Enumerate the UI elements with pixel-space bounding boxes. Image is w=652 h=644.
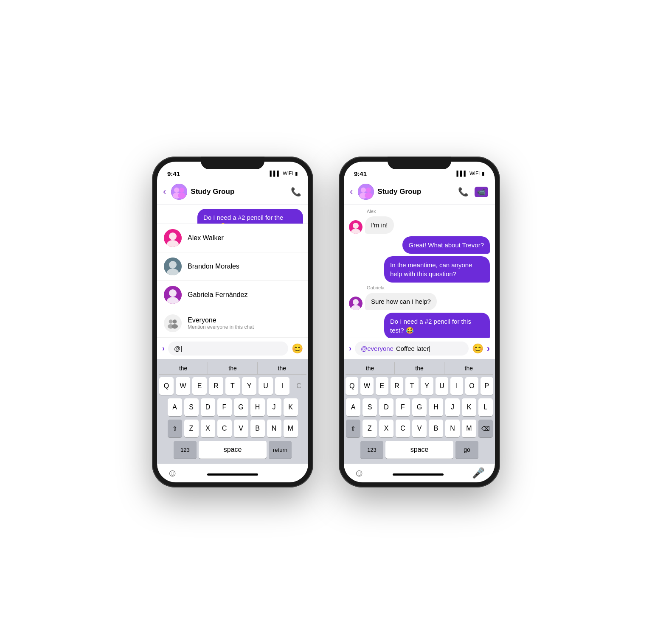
nav-bar-left: ‹ Study Group 📞	[157, 180, 308, 204]
key-g-right[interactable]: G	[412, 398, 427, 416]
key-v-left[interactable]: V	[234, 420, 248, 437]
key-x-right[interactable]: X	[379, 420, 393, 437]
key-t-left[interactable]: T	[225, 377, 240, 395]
input-chevron-left[interactable]: ›	[162, 344, 165, 353]
key-w-right[interactable]: W	[360, 377, 373, 395]
key-c-left[interactable]: C	[217, 420, 232, 437]
mention-name-label-brandon: Brandon Morales	[188, 263, 239, 270]
suggestion-1-left[interactable]: the	[159, 362, 208, 374]
key-w-left[interactable]: W	[176, 377, 190, 395]
video-icon-right[interactable]: 📹	[475, 187, 488, 197]
key-e-left[interactable]: E	[192, 377, 207, 395]
key-p-right[interactable]: P	[481, 377, 493, 395]
avatar-alex-right	[349, 220, 363, 234]
emoji-button-left[interactable]: 😊	[292, 343, 303, 354]
key-j-left[interactable]: J	[267, 398, 281, 416]
mention-name-label-gabriela: Gabriela Fernández	[188, 291, 247, 299]
input-chevron-right[interactable]: ›	[349, 344, 351, 353]
key-z-right[interactable]: Z	[363, 420, 377, 437]
key-f-right[interactable]: F	[396, 398, 410, 416]
key-r-left[interactable]: R	[209, 377, 223, 395]
mention-name-gabriela: Gabriela Fernández	[188, 291, 247, 299]
key-shift-left[interactable]: ⇧	[168, 420, 182, 437]
svg-point-17	[171, 324, 178, 329]
key-a-left[interactable]: A	[168, 398, 182, 416]
key-u-left[interactable]: U	[259, 377, 273, 395]
key-y-left[interactable]: Y	[242, 377, 256, 395]
key-c-right[interactable]: C	[396, 420, 410, 437]
svg-point-14	[169, 319, 173, 323]
key-k-left[interactable]: K	[284, 398, 298, 416]
key-s-left[interactable]: S	[184, 398, 199, 416]
key-e-right[interactable]: E	[376, 377, 388, 395]
emoji-bottom-icon-left[interactable]: ☺	[167, 467, 178, 479]
key-v-right[interactable]: V	[412, 420, 427, 437]
key-d-left[interactable]: D	[201, 398, 215, 416]
suggestion-3-left[interactable]: the	[258, 362, 306, 374]
nav-actions-left: 📞	[291, 187, 301, 197]
key-l-right[interactable]: L	[478, 398, 493, 416]
suggestion-3-right[interactable]: the	[444, 362, 493, 374]
bottom-bar-left: ☺	[157, 464, 308, 482]
key-n-left[interactable]: N	[267, 420, 281, 437]
key-m-right[interactable]: M	[462, 420, 476, 437]
key-shift-right[interactable]: ⇧	[346, 420, 360, 437]
key-g-left[interactable]: G	[234, 398, 248, 416]
notch-right	[388, 157, 451, 169]
key-r-right[interactable]: R	[391, 377, 403, 395]
key-x-left[interactable]: X	[201, 420, 215, 437]
key-m-left[interactable]: M	[284, 420, 298, 437]
key-a-right[interactable]: A	[346, 398, 360, 416]
mention-item-alex[interactable]: Alex Walker	[157, 224, 308, 252]
key-i-left[interactable]: I	[275, 377, 289, 395]
key-n-right[interactable]: N	[445, 420, 460, 437]
key-123-left[interactable]: 123	[174, 441, 197, 459]
key-d-right[interactable]: D	[379, 398, 393, 416]
call-icon-right[interactable]: 📞	[458, 187, 469, 197]
key-i-right[interactable]: I	[450, 377, 463, 395]
key-j-right[interactable]: J	[445, 398, 460, 416]
key-h-left[interactable]: H	[250, 398, 265, 416]
input-field-left[interactable]: @|	[168, 342, 288, 356]
key-f-left[interactable]: F	[217, 398, 232, 416]
key-k-right[interactable]: K	[462, 398, 476, 416]
message-sent-1: Do I need a #2 pencil for the test? 😂	[162, 209, 303, 224]
key-h-right[interactable]: H	[429, 398, 443, 416]
phone-left: 9:41 ▌▌▌ WiFi ▮ ‹	[152, 157, 313, 487]
suggestion-1-right[interactable]: the	[346, 362, 395, 374]
key-z-left[interactable]: Z	[184, 420, 199, 437]
bottom-bar-right: ☺ 🎤	[344, 464, 495, 482]
key-space-left[interactable]: space	[199, 441, 267, 459]
key-y-right[interactable]: Y	[421, 377, 433, 395]
key-return-left[interactable]: return	[269, 441, 292, 459]
key-s-right[interactable]: S	[363, 398, 377, 416]
suggestion-2-left[interactable]: the	[208, 362, 257, 374]
input-text-left[interactable]: @|	[174, 345, 282, 352]
back-button-right[interactable]: ‹	[348, 186, 354, 197]
key-t-right[interactable]: T	[405, 377, 418, 395]
suggestion-2-right[interactable]: the	[395, 362, 444, 374]
key-q-left[interactable]: Q	[159, 377, 174, 395]
key-b-right[interactable]: B	[429, 420, 443, 437]
mention-item-brandon[interactable]: Brandon Morales	[157, 252, 308, 281]
emoji-bottom-icon-right[interactable]: ☺	[354, 467, 365, 479]
key-b-left[interactable]: B	[250, 420, 265, 437]
key-123-right[interactable]: 123	[360, 441, 383, 459]
key-o-right[interactable]: O	[465, 377, 478, 395]
mic-bottom-icon-right[interactable]: 🎤	[472, 467, 485, 479]
key-delete-right[interactable]: ⌫	[478, 420, 493, 437]
back-button-left[interactable]: ‹	[161, 186, 168, 197]
message-received-gabriela: Sure how can I help?	[349, 293, 490, 310]
key-q-right[interactable]: Q	[346, 377, 358, 395]
svg-point-27	[353, 299, 359, 305]
mention-item-gabriela[interactable]: Gabriela Fernández	[157, 281, 308, 309]
send-button-right[interactable]: ›	[487, 343, 490, 354]
emoji-button-right[interactable]: 😊	[472, 343, 483, 354]
mention-item-everyone[interactable]: Everyone Mention everyone in this chat	[157, 309, 308, 338]
call-icon-left[interactable]: 📞	[291, 187, 301, 197]
key-u-right[interactable]: U	[436, 377, 448, 395]
key-space-right[interactable]: space	[385, 441, 453, 459]
key-go-right[interactable]: go	[455, 441, 478, 459]
input-field-right[interactable]: @everyone Coffee later|	[355, 342, 469, 356]
input-text-right[interactable]: Coffee later|	[396, 345, 463, 352]
